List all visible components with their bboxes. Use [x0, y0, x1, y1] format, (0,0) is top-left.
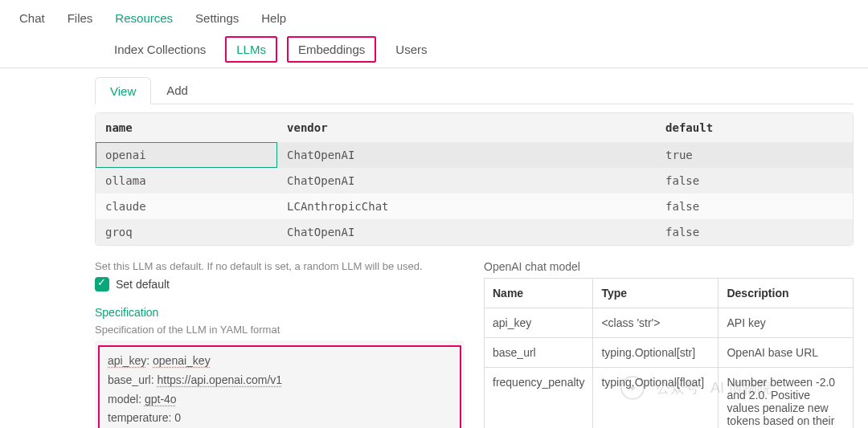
nav-chat[interactable]: Chat — [19, 11, 45, 25]
cell-name: groq — [96, 219, 277, 245]
set-default-row: Set default — [95, 277, 465, 291]
specification-hint: Specification of the LLM in YAML format — [95, 324, 465, 336]
cell-name: openai — [96, 142, 277, 168]
cell-vendor: ChatOpenAI — [277, 142, 656, 168]
top-nav: Chat Files Resources Settings Help — [0, 0, 868, 36]
table-row[interactable]: ollama ChatOpenAI false — [96, 168, 853, 194]
spec-desc: Number between -2.0 and 2.0. Positive va… — [719, 368, 854, 429]
spec-row: base_url typing.Optional[str] OpenAI bas… — [485, 338, 854, 368]
spec-header-row: Name Type Description — [485, 279, 854, 308]
set-default-label: Set default — [116, 278, 170, 291]
spec-row: frequency_penalty typing.Optional[float]… — [485, 368, 854, 429]
table-row[interactable]: claude LCAnthropicChat false — [96, 194, 853, 219]
llm-table-header-row: name vendor default — [96, 113, 853, 142]
cell-default: true — [656, 142, 853, 168]
cell-default: false — [656, 194, 853, 219]
tab-llms[interactable]: LLMs — [225, 36, 277, 63]
nav-settings[interactable]: Settings — [195, 11, 239, 25]
main-panel: View Add name vendor default openai Chat… — [0, 76, 868, 428]
default-and-spec-panel: Set this LLM as default. If no default i… — [95, 260, 465, 428]
cell-vendor: LCAnthropicChat — [277, 194, 656, 219]
yaml-editor[interactable]: api_key: openai_key base_url: https://ap… — [95, 340, 465, 428]
set-default-checkbox[interactable] — [95, 277, 109, 291]
llm-table: name vendor default openai ChatOpenAI tr… — [96, 113, 853, 245]
col-default: default — [656, 113, 853, 142]
openai-spec-title: OpenAI chat model — [484, 260, 854, 273]
spec-desc: API key — [719, 308, 854, 338]
openai-spec-panel: OpenAI chat model Name Type Description … — [484, 260, 854, 428]
default-hint: Set this LLM as default. If no default i… — [95, 260, 465, 272]
cell-vendor: ChatOpenAI — [277, 168, 656, 194]
spec-name: api_key — [485, 308, 593, 338]
cell-name: claude — [96, 194, 277, 219]
yaml-line: api_key: openai_key — [108, 352, 452, 371]
yaml-line: model: gpt-4o — [108, 390, 452, 410]
spec-col-name: Name — [485, 279, 593, 308]
resource-subnav: Index Collections LLMs Embeddings Users — [0, 36, 868, 68]
nav-resources[interactable]: Resources — [115, 11, 173, 25]
lower-panels: Set this LLM as default. If no default i… — [95, 260, 854, 428]
spec-type: typing.Optional[str] — [593, 338, 719, 368]
tab-index-collections[interactable]: Index Collections — [104, 38, 215, 61]
panel-tabs: View Add — [95, 76, 854, 104]
cell-default: false — [656, 168, 853, 194]
spec-row: api_key <class 'str'> API key — [485, 308, 854, 338]
col-vendor: vendor — [277, 113, 656, 142]
spec-name: base_url — [485, 338, 593, 368]
openai-spec-table: Name Type Description api_key <class 'st… — [484, 278, 854, 428]
spec-col-type: Type — [593, 279, 719, 308]
specification-title: Specification — [95, 306, 465, 319]
spec-desc: OpenAI base URL — [719, 338, 854, 368]
spec-type: typing.Optional[float] — [593, 368, 719, 429]
spec-type: <class 'str'> — [593, 308, 719, 338]
table-row[interactable]: openai ChatOpenAI true — [96, 142, 853, 168]
nav-files[interactable]: Files — [68, 11, 93, 25]
yaml-line: base_url: https://api.openai.com/v1 — [108, 371, 452, 390]
spec-col-desc: Description — [719, 279, 854, 308]
spec-name: frequency_penalty — [485, 368, 593, 429]
yaml-line: temperature: 0 — [108, 409, 452, 428]
tab-embeddings[interactable]: Embeddings — [287, 36, 376, 63]
tab-users[interactable]: Users — [386, 38, 436, 61]
tab-view[interactable]: View — [95, 77, 151, 104]
table-row[interactable]: groq ChatOpenAI false — [96, 219, 853, 245]
llm-table-container: name vendor default openai ChatOpenAI tr… — [95, 112, 854, 246]
cell-name: ollama — [96, 168, 277, 194]
yaml-highlight-box: api_key: openai_key base_url: https://ap… — [98, 345, 461, 428]
col-name: name — [96, 113, 277, 142]
cell-vendor: ChatOpenAI — [277, 219, 656, 245]
cell-default: false — [656, 219, 853, 245]
tab-add[interactable]: Add — [151, 76, 203, 104]
nav-help[interactable]: Help — [261, 11, 286, 25]
